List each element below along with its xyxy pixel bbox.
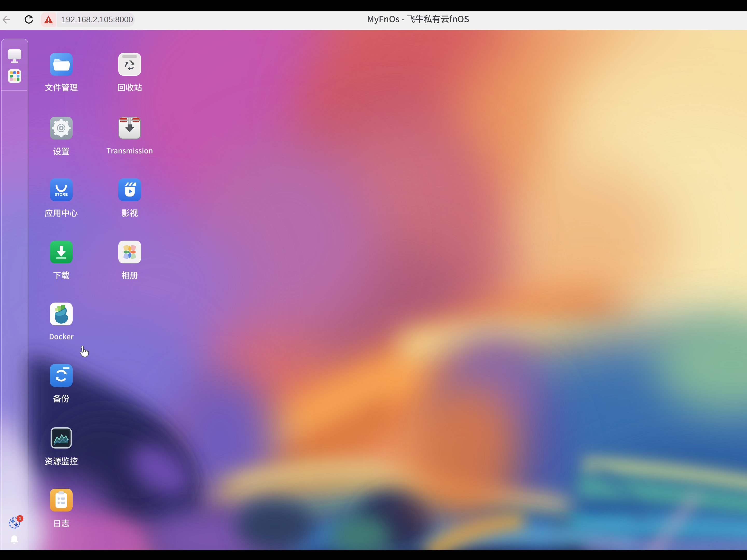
svg-text:STORE: STORE (55, 192, 68, 196)
svg-text:1: 1 (19, 516, 21, 521)
